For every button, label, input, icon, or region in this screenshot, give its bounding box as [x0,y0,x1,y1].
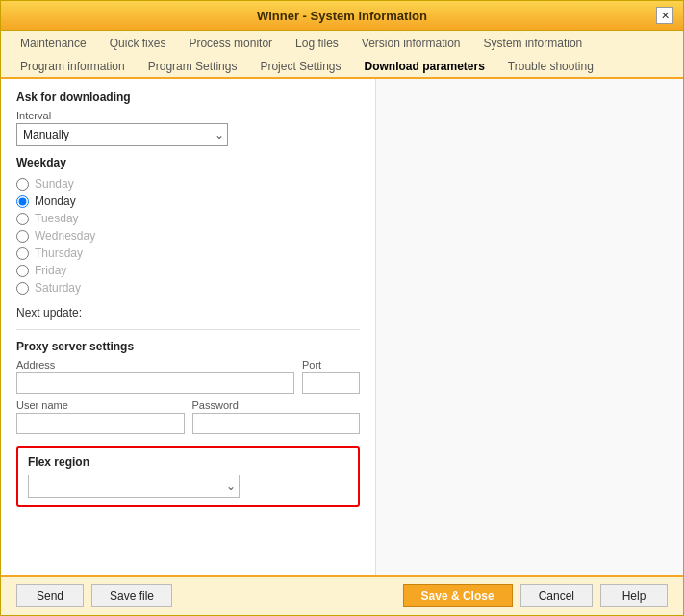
weekday-title: Weekday [16,156,360,169]
radio-thursday-input[interactable] [16,247,29,260]
tab-program-information[interactable]: Program information [9,56,137,79]
left-panel: Ask for downloading Interval Manually Da… [1,79,376,575]
port-group: Port [302,359,360,394]
interval-select-wrapper: Manually Daily Weekly ⌄ [16,123,228,146]
username-input[interactable] [16,413,185,434]
proxy-section: Proxy server settings Address Port User … [16,340,360,434]
content-area: Ask for downloading Interval Manually Da… [1,79,683,575]
proxy-credentials-row: User name Password [16,399,360,434]
tab-project-settings[interactable]: Project Settings [248,56,352,79]
cancel-button[interactable]: Cancel [520,584,593,607]
radio-wednesday-label: Wednesday [35,229,95,243]
save-file-button[interactable]: Save file [91,584,172,607]
weekday-section: Weekday Sunday Monday Tuesday [16,156,360,296]
tab-program-settings[interactable]: Program Settings [137,56,249,79]
flex-region-select-wrapper: ⌄ [28,475,240,498]
interval-select[interactable]: Manually Daily Weekly [16,123,228,146]
password-group: Password [192,399,361,434]
tab-maintenance[interactable]: Maintenance [9,33,98,56]
radio-saturday: Saturday [16,279,360,296]
close-button[interactable]: ✕ [656,7,673,24]
flex-region-title: Flex region [28,455,348,469]
radio-monday: Monday [16,192,360,210]
radio-tuesday-label: Tuesday [35,212,79,225]
right-panel [376,79,683,575]
address-group: Address [16,359,294,394]
weekday-radio-group: Sunday Monday Tuesday Wednesday [16,175,360,296]
radio-thursday: Thursday [16,244,360,262]
radio-sunday: Sunday [16,175,360,192]
radio-saturday-input[interactable] [16,282,29,295]
tab-row-1: Maintenance Quick fixes Process monitor … [1,31,683,54]
tab-download-parameters[interactable]: Download parameters [352,56,495,79]
radio-friday: Friday [16,262,360,279]
ask-for-downloading-section: Ask for downloading Interval Manually Da… [16,90,360,146]
send-button[interactable]: Send [16,584,84,607]
tab-log-files[interactable]: Log files [284,33,350,56]
radio-friday-input[interactable] [16,265,29,277]
radio-friday-label: Friday [35,264,66,277]
proxy-address-row: Address Port [16,359,360,394]
port-input[interactable] [302,372,360,394]
proxy-title: Proxy server settings [16,340,360,353]
radio-wednesday-input[interactable] [16,230,29,243]
flex-region-box: Flex region ⌄ [16,446,360,507]
next-update-section: Next update: [16,306,360,330]
tab-trouble-shooting[interactable]: Trouble shooting [496,56,605,79]
radio-tuesday: Tuesday [16,210,360,227]
username-label: User name [16,399,185,411]
port-label: Port [302,359,360,371]
tab-process-monitor[interactable]: Process monitor [177,33,284,56]
ask-for-downloading-title: Ask for downloading [16,90,360,104]
help-button[interactable]: Help [600,584,668,607]
radio-sunday-label: Sunday [35,177,74,191]
radio-sunday-input[interactable] [16,178,29,191]
username-group: User name [16,399,185,434]
tab-system-information[interactable]: System information [472,33,595,56]
radio-monday-input[interactable] [16,195,29,208]
radio-tuesday-input[interactable] [16,213,29,225]
tab-version-information[interactable]: Version information [350,33,472,56]
tab-row-2: Program information Program Settings Pro… [1,54,683,77]
tab-rows: Maintenance Quick fixes Process monitor … [1,31,683,79]
radio-saturday-label: Saturday [35,281,81,295]
radio-thursday-label: Thursday [35,246,83,260]
password-input[interactable] [192,413,361,434]
flex-region-select[interactable] [28,475,240,498]
radio-wednesday: Wednesday [16,227,360,244]
password-label: Password [192,399,361,411]
address-input[interactable] [16,372,294,394]
title-bar: Winner - System information ✕ [1,1,683,31]
radio-monday-label: Monday [35,194,76,208]
main-window: Winner - System information ✕ Maintenanc… [0,0,684,616]
interval-label: Interval [16,110,360,121]
footer: Send Save file Save & Close Cancel Help [1,575,683,615]
footer-left: Send Save file [16,584,172,607]
address-label: Address [16,359,294,371]
window-title: Winner - System information [28,9,656,23]
tab-quick-fixes[interactable]: Quick fixes [98,33,178,56]
save-close-button[interactable]: Save & Close [403,584,513,607]
next-update-label: Next update: [16,306,82,320]
footer-right: Save & Close Cancel Help [403,584,668,607]
